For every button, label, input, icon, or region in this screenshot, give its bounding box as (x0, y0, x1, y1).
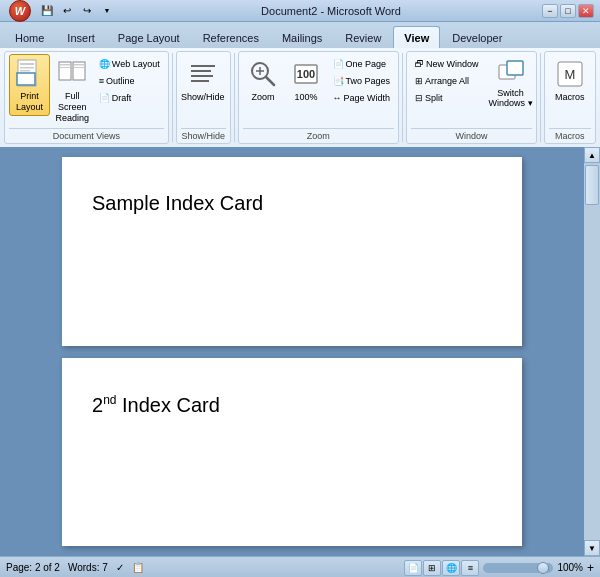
split-icon: ⊟ (415, 93, 423, 103)
scroll-track[interactable] (584, 163, 600, 540)
zoom-100-icon: 100 (290, 58, 322, 90)
zoom-btn[interactable]: Zoom (243, 54, 284, 106)
divider-2 (234, 53, 235, 142)
tab-mailings[interactable]: Mailings (271, 26, 333, 48)
ribbon-group-showhide: Show/Hide Show/Hide (176, 51, 231, 144)
arrange-all-icon: ⊞ (415, 76, 423, 86)
svg-line-16 (266, 77, 274, 85)
svg-rect-7 (60, 64, 70, 66)
one-page-btn[interactable]: 📄 One Page (329, 56, 395, 72)
card2-superscript: nd (103, 393, 116, 407)
document-views-label: Document Views (9, 128, 164, 141)
page-width-btn[interactable]: ↔ Page Width (329, 90, 395, 106)
undo-qat-btn[interactable]: ↩ (58, 2, 76, 20)
close-btn[interactable]: ✕ (578, 4, 594, 18)
vertical-scrollbar[interactable]: ▲ ▼ (584, 147, 600, 556)
two-pages-btn[interactable]: 📑 Two Pages (329, 73, 395, 89)
zoom-icon (247, 58, 279, 90)
maximize-btn[interactable]: □ (560, 4, 576, 18)
ribbon-group-macros: M Macros Macros (544, 51, 596, 144)
scroll-up-btn[interactable]: ▲ (584, 147, 600, 163)
split-btn[interactable]: ⊟ Split (411, 90, 483, 106)
status-left: Page: 2 of 2 Words: 7 ✓ 📋 (6, 562, 144, 573)
doc-properties-icon[interactable]: 📋 (132, 562, 144, 573)
window-group-label: Window (411, 128, 532, 141)
tab-home[interactable]: Home (4, 26, 55, 48)
show-hide-icon (187, 58, 219, 90)
view-mode-buttons: 📄 ⊞ 🌐 ≡ (404, 560, 479, 576)
page-width-label: Page Width (344, 93, 391, 103)
scroll-down-btn[interactable]: ▼ (584, 540, 600, 556)
outline-btn[interactable]: ≡ Outline (95, 73, 164, 89)
card2-suffix: Index Card (116, 394, 219, 416)
view-full-btn[interactable]: ⊞ (423, 560, 441, 576)
word-count: Words: 7 (68, 562, 108, 573)
zoom-slider[interactable] (483, 563, 553, 573)
window-title: Document2 - Microsoft Word (120, 5, 542, 17)
switch-windows-icon (497, 59, 525, 87)
zoom-label: Zoom (252, 92, 275, 103)
view-outline-btn[interactable]: ≡ (461, 560, 479, 576)
view-print-btn[interactable]: 📄 (404, 560, 422, 576)
print-layout-btn[interactable]: PrintLayout (9, 54, 50, 116)
spell-check-icon[interactable]: ✓ (116, 562, 124, 573)
zoom-content: Zoom 100 100% 📄 One Page 📑 Two (243, 54, 394, 126)
switch-windows-btn[interactable]: SwitchWindows ▾ (485, 56, 537, 112)
zoom-plus-btn[interactable]: + (587, 561, 594, 575)
svg-text:M: M (564, 67, 575, 82)
draft-label: Draft (112, 93, 132, 103)
tab-view[interactable]: View (393, 26, 440, 48)
zoom-100-btn[interactable]: 100 100% (286, 54, 327, 106)
print-layout-icon (13, 57, 45, 89)
document-area[interactable]: Sample Index Card 2nd Index Card (0, 147, 584, 556)
arrange-all-btn[interactable]: ⊞ Arrange All (411, 73, 483, 89)
macros-btn[interactable]: M Macros (549, 54, 591, 106)
show-hide-btn[interactable]: Show/Hide (181, 54, 225, 106)
ribbon-group-window: 🗗 New Window ⊞ Arrange All ⊟ Split (406, 51, 537, 144)
showhide-label: Show/Hide (181, 128, 226, 141)
scroll-thumb[interactable] (585, 165, 599, 205)
svg-rect-14 (191, 80, 209, 82)
tab-developer[interactable]: Developer (441, 26, 513, 48)
index-card-2: 2nd Index Card (62, 358, 522, 547)
one-page-icon: 📄 (333, 59, 344, 69)
tab-insert[interactable]: Insert (56, 26, 106, 48)
svg-rect-9 (74, 64, 84, 66)
zoom-group-label: Zoom (243, 128, 394, 141)
window-small-btns: 🗗 New Window ⊞ Arrange All ⊟ Split (411, 54, 483, 106)
macros-group-label: Macros (549, 128, 591, 141)
new-window-btn[interactable]: 🗗 New Window (411, 56, 483, 72)
switch-windows-label: SwitchWindows ▾ (489, 89, 533, 109)
zoom-small-btns: 📄 One Page 📑 Two Pages ↔ Page Width (329, 54, 395, 106)
redo-qat-btn[interactable]: ↪ (78, 2, 96, 20)
qat-dropdown-btn[interactable]: ▼ (98, 2, 116, 20)
view-web-btn[interactable]: 🌐 (442, 560, 460, 576)
divider-1 (172, 53, 173, 142)
svg-rect-8 (60, 67, 70, 68)
outline-label: Outline (106, 76, 135, 86)
card1-title: Sample Index Card (92, 192, 492, 215)
web-layout-icon: 🌐 (99, 59, 110, 69)
page-width-icon: ↔ (333, 93, 342, 103)
ribbon-tab-row: Home Insert Page Layout References Maili… (0, 22, 600, 48)
save-qat-btn[interactable]: 💾 (38, 2, 56, 20)
tab-page-layout[interactable]: Page Layout (107, 26, 191, 48)
minimize-btn[interactable]: − (542, 4, 558, 18)
title-bar: W 💾 ↩ ↪ ▼ Document2 - Microsoft Word − □… (0, 0, 600, 22)
draft-btn[interactable]: 📄 Draft (95, 90, 164, 106)
index-card-1: Sample Index Card (62, 157, 522, 346)
macros-content: M Macros (549, 54, 591, 126)
web-layout-btn[interactable]: 🌐 Web Layout (95, 56, 164, 72)
zoom-thumb[interactable] (537, 562, 549, 574)
new-window-icon: 🗗 (415, 59, 424, 69)
new-window-label: New Window (426, 59, 479, 69)
full-screen-reading-btn[interactable]: Full ScreenReading (52, 54, 93, 126)
office-orb[interactable]: W (9, 0, 31, 22)
view-small-btns: 🌐 Web Layout ≡ Outline 📄 Draft (95, 54, 164, 106)
tab-review[interactable]: Review (334, 26, 392, 48)
main-area: Sample Index Card 2nd Index Card ▲ ▼ (0, 147, 600, 556)
macros-label: Macros (555, 92, 585, 103)
office-button[interactable]: W (6, 0, 34, 22)
one-page-label: One Page (346, 59, 387, 69)
tab-references[interactable]: References (192, 26, 270, 48)
